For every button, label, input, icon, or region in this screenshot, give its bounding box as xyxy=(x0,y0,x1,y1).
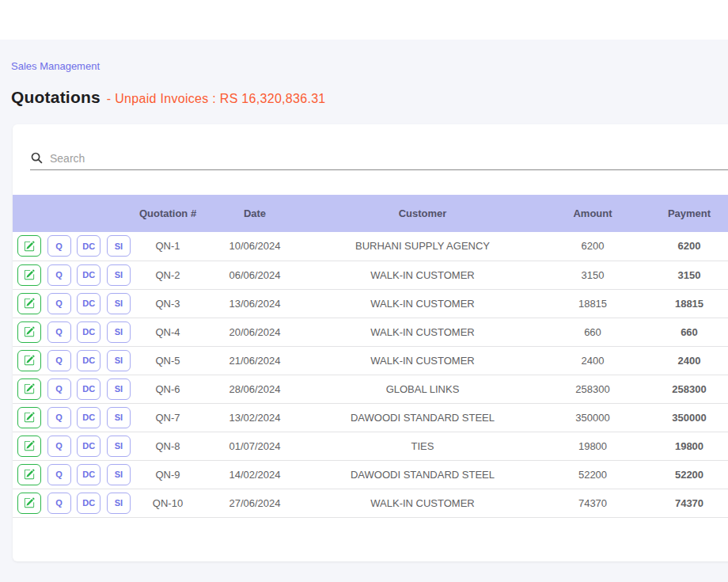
quotation-number-cell: QN-1 xyxy=(131,232,204,261)
quotation-number-cell: QN-3 xyxy=(131,289,204,318)
sales-invoice-button[interactable]: SI xyxy=(107,293,131,314)
edit-square-icon xyxy=(24,469,35,480)
row-actions-cell: Q DC SI xyxy=(13,432,131,460)
delivery-challan-button[interactable]: DC xyxy=(77,464,100,485)
quotation-button[interactable]: Q xyxy=(47,378,71,400)
customer-cell: WALK-IN CUSTOMER xyxy=(305,261,540,289)
column-header-quotation: Quotation # xyxy=(131,195,204,232)
table-row: Q DC SI QN-2 06/06/2024 WALK-IN CUSTOMER… xyxy=(13,261,728,289)
edit-button[interactable] xyxy=(17,493,41,514)
amount-cell: 74370 xyxy=(540,489,646,517)
edit-square-icon xyxy=(24,298,35,309)
payment-cell: 258300 xyxy=(646,375,728,403)
quotation-button[interactable]: Q xyxy=(47,407,71,428)
delivery-challan-button[interactable]: DC xyxy=(77,378,100,400)
edit-button[interactable] xyxy=(17,350,41,371)
edit-square-icon xyxy=(24,269,35,280)
edit-button[interactable] xyxy=(17,436,41,457)
page-title: Quotations xyxy=(11,88,100,107)
quotation-button[interactable]: Q xyxy=(47,293,71,314)
edit-square-icon xyxy=(24,241,35,252)
quotation-button[interactable]: Q xyxy=(47,321,71,343)
sales-invoice-button[interactable]: SI xyxy=(107,350,131,371)
edit-button[interactable] xyxy=(17,407,41,428)
customer-cell: DAWOODI STANDARD STEEL xyxy=(305,403,540,432)
amount-cell: 19800 xyxy=(540,432,646,460)
sales-invoice-button[interactable]: SI xyxy=(107,436,131,457)
delivery-challan-button[interactable]: DC xyxy=(77,264,100,286)
table-row: Q DC SI QN-7 13/02/2024 DAWOODI STANDARD… xyxy=(13,403,728,432)
edit-square-icon xyxy=(24,497,35,508)
quotation-button[interactable]: Q xyxy=(47,436,71,457)
customer-cell: WALK-IN CUSTOMER xyxy=(305,346,540,375)
sales-invoice-button[interactable]: SI xyxy=(107,321,131,343)
breadcrumb-sales-management[interactable]: Sales Management xyxy=(0,40,728,72)
delivery-challan-button[interactable]: DC xyxy=(77,235,100,257)
quotations-card: Quotation # Date Customer Amount Payment… xyxy=(13,124,728,561)
quotation-number-cell: QN-2 xyxy=(131,261,204,289)
quotation-number-cell: QN-10 xyxy=(131,489,204,517)
column-header-date: Date xyxy=(204,195,305,232)
payment-cell: 52200 xyxy=(646,460,728,489)
row-actions-cell: Q DC SI xyxy=(13,346,131,375)
edit-button[interactable] xyxy=(17,293,41,314)
quotation-number-cell: QN-7 xyxy=(131,403,204,432)
amount-cell: 2400 xyxy=(540,346,646,375)
payment-cell: 350000 xyxy=(646,403,728,432)
quotation-button[interactable]: Q xyxy=(47,350,71,371)
edit-button[interactable] xyxy=(17,264,41,286)
amount-cell: 350000 xyxy=(540,403,646,432)
edit-button[interactable] xyxy=(17,464,41,485)
payment-cell: 74370 xyxy=(646,489,728,517)
quotation-button[interactable]: Q xyxy=(47,464,71,485)
quotation-number-cell: QN-9 xyxy=(131,460,204,489)
delivery-challan-button[interactable]: DC xyxy=(77,350,100,371)
quotation-button[interactable]: Q xyxy=(47,493,71,514)
payment-cell: 19800 xyxy=(646,432,728,460)
payment-cell: 2400 xyxy=(646,346,728,375)
date-cell: 28/06/2024 xyxy=(204,375,305,403)
quotation-number-cell: QN-6 xyxy=(131,375,204,403)
row-actions-cell: Q DC SI xyxy=(13,289,131,318)
delivery-challan-button[interactable]: DC xyxy=(77,407,100,428)
edit-button[interactable] xyxy=(17,378,41,400)
customer-cell: TIES xyxy=(305,432,540,460)
table-row: Q DC SI QN-6 28/06/2024 GLOBAL LINKS 258… xyxy=(13,375,728,403)
row-actions-cell: Q DC SI xyxy=(13,375,131,403)
delivery-challan-button[interactable]: DC xyxy=(77,436,100,457)
unpaid-invoices-label: - Unpaid Invoices : RS 16,320,836.31 xyxy=(107,92,326,106)
customer-cell: GLOBAL LINKS xyxy=(305,375,540,403)
sales-invoice-button[interactable]: SI xyxy=(107,493,131,514)
delivery-challan-button[interactable]: DC xyxy=(77,321,100,343)
sales-invoice-button[interactable]: SI xyxy=(107,464,131,485)
row-actions-cell: Q DC SI xyxy=(13,261,131,289)
column-header-actions xyxy=(13,195,131,232)
date-cell: 27/06/2024 xyxy=(204,489,305,517)
quotation-button[interactable]: Q xyxy=(47,264,71,286)
date-cell: 14/02/2024 xyxy=(204,460,305,489)
sales-invoice-button[interactable]: SI xyxy=(107,264,131,286)
delivery-challan-button[interactable]: DC xyxy=(77,493,100,514)
payment-cell: 6200 xyxy=(646,232,728,261)
quotation-button[interactable]: Q xyxy=(47,235,71,257)
column-header-payment: Payment xyxy=(646,195,728,232)
customer-cell: WALK-IN CUSTOMER xyxy=(305,289,540,318)
payment-cell: 660 xyxy=(646,318,728,346)
sales-invoice-button[interactable]: SI xyxy=(107,235,131,257)
customer-cell: BURHANI SUPPLY AGENCY xyxy=(305,232,540,261)
payment-cell: 3150 xyxy=(646,261,728,289)
date-cell: 21/06/2024 xyxy=(204,346,305,375)
delivery-challan-button[interactable]: DC xyxy=(77,293,100,314)
search-input[interactable] xyxy=(50,152,728,165)
edit-button[interactable] xyxy=(17,235,41,257)
edit-square-icon xyxy=(24,326,35,337)
table-row: Q DC SI QN-9 14/02/2024 DAWOODI STANDARD… xyxy=(13,460,728,489)
quotation-number-cell: QN-5 xyxy=(131,346,204,375)
sales-invoice-button[interactable]: SI xyxy=(107,378,131,400)
edit-button[interactable] xyxy=(17,321,41,343)
column-header-amount: Amount xyxy=(540,195,646,232)
row-actions-cell: Q DC SI xyxy=(13,489,131,517)
date-cell: 13/06/2024 xyxy=(204,289,305,318)
table-row: Q DC SI QN-3 13/06/2024 WALK-IN CUSTOMER… xyxy=(13,289,728,318)
sales-invoice-button[interactable]: SI xyxy=(107,407,131,428)
